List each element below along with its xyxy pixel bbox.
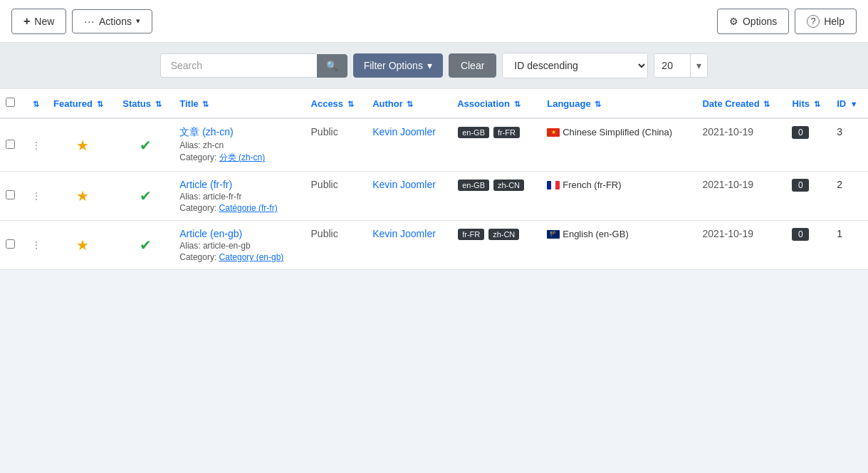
- col-header-checkbox[interactable]: [0, 89, 26, 118]
- drag-handle-icon[interactable]: ⋮: [31, 239, 42, 251]
- association-label: Association: [457, 98, 510, 109]
- row-date-cell: 2021-10-19: [696, 221, 786, 270]
- col-header-association[interactable]: Association ⇅: [451, 89, 541, 118]
- language-name: Chinese Simplified (China): [563, 127, 672, 137]
- table-row: ⋮ ★ ✔ Article (en-gb) Alias: article-en-…: [0, 221, 868, 270]
- clear-button[interactable]: Clear: [449, 53, 496, 78]
- author-link[interactable]: Kevin Joomler: [372, 179, 436, 190]
- filter-bar: 🔍 Filter Options ▾ Clear ID descending I…: [0, 43, 868, 89]
- id-value: 3: [837, 126, 842, 137]
- date-value: 2021-10-19: [702, 228, 753, 239]
- featured-star-icon[interactable]: ★: [53, 187, 111, 204]
- row-id-cell: 1: [831, 221, 868, 270]
- filter-options-button[interactable]: Filter Options ▾: [353, 53, 443, 78]
- row-status-cell: ✔: [117, 221, 174, 270]
- articles-table-container: ⇅ Featured ⇅ Status ⇅ Title ⇅ Access ⇅: [0, 89, 868, 270]
- association-sort-icon: ⇅: [514, 100, 521, 108]
- actions-button[interactable]: ··· Actions ▾: [72, 9, 152, 33]
- row-id-cell: 3: [831, 118, 868, 172]
- category-link[interactable]: 分类 (zh-cn): [219, 152, 266, 162]
- hits-sort-icon: ⇅: [814, 100, 820, 108]
- row-checkbox-2[interactable]: [6, 190, 15, 199]
- drag-handle-icon[interactable]: ⋮: [31, 140, 42, 151]
- title-link[interactable]: Article (en-gb): [179, 228, 242, 239]
- col-header-status[interactable]: Status ⇅: [117, 89, 174, 118]
- new-label: New: [34, 16, 54, 27]
- status-sort-icon: ⇅: [155, 100, 162, 108]
- author-link[interactable]: Kevin Joomler: [372, 126, 436, 137]
- language-name: French (fr-FR): [563, 180, 621, 190]
- row-featured-cell: ★: [48, 221, 117, 270]
- help-button[interactable]: ? Help: [795, 9, 857, 34]
- date-sort-icon: ⇅: [763, 100, 770, 108]
- chevron-down-icon: ▾: [136, 16, 140, 26]
- articles-table: ⇅ Featured ⇅ Status ⇅ Title ⇅ Access ⇅: [0, 89, 868, 270]
- row-checkbox-3[interactable]: [6, 140, 15, 149]
- options-label: Options: [743, 16, 777, 27]
- sort-select[interactable]: ID descending ID ascending Title ascendi…: [503, 53, 647, 78]
- row-title-cell: Article (en-gb) Alias: article-en-gb Cat…: [174, 221, 305, 270]
- title-link[interactable]: Article (fr-fr): [179, 179, 232, 190]
- row-association-cell: en-GB fr-FR: [451, 118, 541, 172]
- title-sort-icon: ⇅: [202, 100, 209, 108]
- featured-star-icon[interactable]: ★: [53, 236, 111, 254]
- col-header-order[interactable]: ⇅: [26, 89, 48, 118]
- assoc-tag[interactable]: zh-CN: [493, 180, 524, 191]
- featured-star-icon[interactable]: ★: [53, 137, 111, 154]
- hits-label: Hits: [792, 98, 810, 109]
- options-button[interactable]: ⚙ Options: [717, 9, 789, 34]
- row-language-cell: French (fr-FR): [541, 172, 696, 221]
- author-sort-icon: ⇅: [407, 100, 413, 108]
- hits-badge: 0: [792, 126, 809, 139]
- id-value: 2: [837, 179, 842, 190]
- col-header-date-created[interactable]: Date Created ⇅: [696, 89, 786, 118]
- author-link[interactable]: Kevin Joomler: [372, 228, 436, 239]
- search-input[interactable]: [160, 53, 317, 78]
- search-button[interactable]: 🔍: [317, 54, 347, 78]
- col-header-hits[interactable]: Hits ⇅: [786, 89, 831, 118]
- filter-options-label: Filter Options: [364, 60, 423, 71]
- row-featured-cell: ★: [48, 172, 117, 221]
- assoc-tag[interactable]: en-GB: [458, 127, 489, 138]
- row-checkbox-1[interactable]: [6, 239, 15, 249]
- col-header-id[interactable]: ID ▼: [831, 89, 868, 118]
- col-header-title[interactable]: Title ⇅: [174, 89, 305, 118]
- sort-select-wrap: ID descending ID ascending Title ascendi…: [502, 53, 648, 78]
- category-info: Category: Catégorie (fr-fr): [179, 203, 299, 213]
- assoc-tag[interactable]: zh-CN: [488, 229, 519, 240]
- category-link[interactable]: Catégorie (fr-fr): [219, 203, 278, 213]
- page-size-input[interactable]: 20: [654, 54, 690, 77]
- search-wrap: 🔍: [160, 53, 347, 78]
- col-header-featured[interactable]: Featured ⇅: [48, 89, 117, 118]
- new-button[interactable]: + New: [11, 9, 66, 34]
- toolbar: + New ··· Actions ▾ ⚙ Options ? Help: [0, 0, 868, 43]
- assoc-tag[interactable]: fr-FR: [458, 229, 484, 240]
- status-published-icon[interactable]: ✔: [122, 187, 168, 204]
- hits-badge: 0: [792, 228, 809, 241]
- status-published-icon[interactable]: ✔: [122, 236, 168, 254]
- date-value: 2021-10-19: [702, 126, 753, 137]
- col-header-access[interactable]: Access ⇅: [305, 89, 367, 118]
- row-hits-cell: 0: [786, 221, 831, 270]
- row-order-cell: ⋮: [26, 172, 48, 221]
- alias-info: Alias: zh-cn: [179, 140, 299, 150]
- title-link[interactable]: 文章 (zh-cn): [179, 126, 233, 137]
- assoc-tag[interactable]: en-GB: [458, 180, 489, 191]
- search-icon: 🔍: [326, 61, 338, 71]
- language-sort-icon: ⇅: [595, 100, 601, 108]
- category-link[interactable]: Category (en-gb): [219, 252, 284, 262]
- row-language-cell: ★Chinese Simplified (China): [541, 118, 696, 172]
- status-published-icon[interactable]: ✔: [122, 137, 168, 154]
- row-featured-cell: ★: [48, 118, 117, 172]
- assoc-tag[interactable]: fr-FR: [493, 127, 520, 138]
- col-header-language[interactable]: Language ⇅: [541, 89, 696, 118]
- drag-handle-icon[interactable]: ⋮: [31, 190, 42, 202]
- toolbar-right: ⚙ Options ? Help: [717, 9, 857, 34]
- select-all-checkbox[interactable]: [6, 98, 15, 107]
- table-header-row: ⇅ Featured ⇅ Status ⇅ Title ⇅ Access ⇅: [0, 89, 868, 118]
- col-header-author[interactable]: Author ⇅: [367, 89, 451, 118]
- access-value: Public: [311, 228, 338, 239]
- row-status-cell: ✔: [117, 118, 174, 172]
- row-status-cell: ✔: [117, 172, 174, 221]
- row-title-cell: Article (fr-fr) Alias: article-fr-fr Cat…: [174, 172, 305, 221]
